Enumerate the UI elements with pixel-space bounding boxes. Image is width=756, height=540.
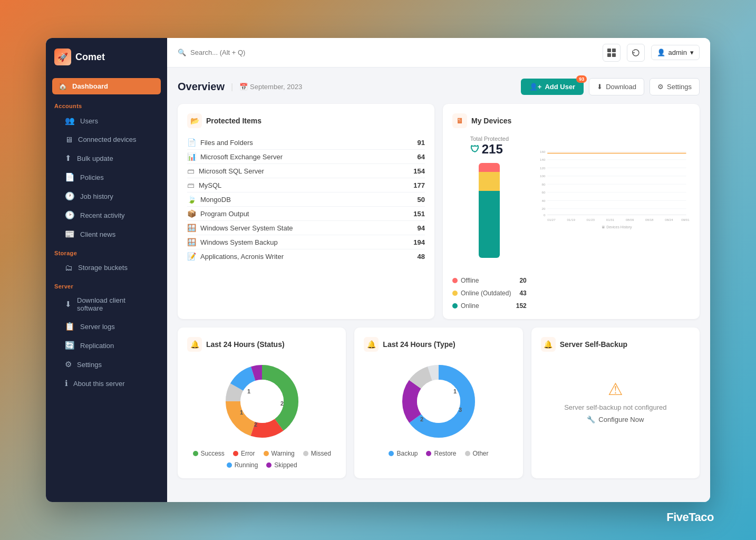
running-dot bbox=[227, 462, 232, 468]
settings-button[interactable]: ⚙ Settings bbox=[650, 78, 700, 95]
svg-text:2: 2 bbox=[280, 400, 284, 407]
sidebar-item-about-server[interactable]: ℹ About this server bbox=[50, 374, 163, 392]
warning-dot bbox=[264, 451, 269, 456]
svg-text:🖥 Devices History: 🖥 Devices History bbox=[602, 225, 632, 229]
device-icon: 🖥 bbox=[452, 113, 467, 128]
status-donut-container: 1 2 2 1 Success Error bbox=[187, 359, 336, 469]
sidebar-item-recent-activity[interactable]: 🕑 Recent activity bbox=[50, 206, 163, 224]
devices-legend: Offline 20 Online (Outdated) 43 Online 1… bbox=[452, 277, 527, 310]
admin-menu-button[interactable]: 👤 admin ▾ bbox=[651, 45, 700, 60]
svg-rect-1 bbox=[612, 49, 616, 52]
refresh-icon-button[interactable] bbox=[627, 44, 645, 62]
sidebar-item-label: Storage buckets bbox=[78, 264, 128, 272]
add-user-button[interactable]: 👤+ Add User 93 bbox=[521, 79, 584, 95]
status-donut-chart: 1 2 2 1 bbox=[220, 359, 304, 443]
sidebar-item-dashboard[interactable]: 🏠 Dashboard bbox=[52, 78, 161, 94]
sidebar-item-job-history[interactable]: 🕐 Job history bbox=[50, 187, 163, 205]
svg-text:09/01: 09/01 bbox=[681, 218, 690, 221]
table-row: 🪟Windows Server System State 94 bbox=[187, 221, 425, 235]
table-row: 🗃Microsoft SQL Server 154 bbox=[187, 164, 425, 178]
svg-text:1: 1 bbox=[247, 388, 250, 394]
table-row: 📦Program Output 151 bbox=[187, 207, 425, 221]
exchange-icon: 📊 bbox=[187, 152, 196, 161]
sidebar-item-client-news[interactable]: 📰 Client news bbox=[50, 225, 163, 243]
outdated-dot bbox=[452, 291, 458, 296]
type-donut-container: 1 3 2 Backup Restore bbox=[364, 359, 513, 457]
bar-offline bbox=[479, 163, 500, 172]
sidebar-item-replication[interactable]: 🔄 Replication bbox=[50, 336, 163, 354]
sidebar-item-label: Connected devices bbox=[78, 136, 137, 143]
sidebar-item-storage-buckets[interactable]: 🗂 Storage buckets bbox=[50, 259, 163, 276]
shield-icon: 🛡 bbox=[470, 144, 480, 155]
last24-status-card: 🔔 Last 24 Hours (Status) bbox=[178, 327, 346, 478]
sidebar-item-settings[interactable]: ⚙ Settings bbox=[50, 355, 163, 373]
app-logo[interactable]: 🚀 Comet bbox=[46, 38, 167, 76]
download-button[interactable]: ⬇ Download bbox=[589, 78, 644, 95]
section-label-storage: Storage bbox=[46, 244, 167, 258]
page-title-area: Overview | 📅 September, 2023 bbox=[178, 81, 302, 93]
error-dot bbox=[233, 451, 238, 456]
protected-items-card: 📂 Protected Items 📄Files and Folders 91 … bbox=[178, 104, 434, 319]
sidebar-item-label: Bulk update bbox=[77, 155, 113, 162]
server-backup-title: 🔔 Server Self-Backup bbox=[541, 337, 690, 352]
add-user-icon: 👤+ bbox=[529, 83, 542, 91]
devices-chart-area: 160 140 120 100 80 60 40 20 0 bbox=[535, 136, 690, 241]
page-header: Overview | 📅 September, 2023 👤+ Add User… bbox=[178, 78, 700, 95]
admin-chevron-icon: ▾ bbox=[690, 49, 694, 56]
sidebar-item-policies[interactable]: 📄 Policies bbox=[50, 168, 163, 186]
admin-label: admin bbox=[668, 49, 687, 56]
replication-icon: 🔄 bbox=[65, 341, 75, 350]
bar-online bbox=[479, 191, 500, 258]
storage-icon: 🗂 bbox=[65, 263, 73, 272]
bar-outdated bbox=[479, 172, 500, 191]
devices-content: Total Protected 🛡 215 bbox=[452, 136, 690, 310]
server-backup-icon: 🔔 bbox=[541, 337, 556, 352]
devices-bar-container: Total Protected 🛡 215 bbox=[452, 136, 527, 310]
add-user-badge: 93 bbox=[576, 75, 587, 83]
sidebar-item-bulk-update[interactable]: ⬆ Bulk update bbox=[50, 149, 163, 167]
svg-text:01/27: 01/27 bbox=[547, 218, 556, 221]
type-donut-chart: 1 3 2 bbox=[396, 359, 481, 443]
search-input[interactable] bbox=[190, 49, 296, 56]
sidebar-item-label: Server logs bbox=[80, 323, 115, 331]
configure-icon: 🔧 bbox=[587, 416, 595, 423]
configure-now-button[interactable]: 🔧 Configure Now bbox=[587, 416, 644, 423]
sidebar-item-connected-devices[interactable]: 🖥 Connected devices bbox=[50, 131, 163, 148]
offline-dot bbox=[452, 278, 458, 283]
policies-icon: 📄 bbox=[65, 172, 75, 182]
sidebar-item-label: Recent activity bbox=[80, 211, 125, 219]
server-backup-card: 🔔 Server Self-Backup ⚠ Server self-backu… bbox=[531, 327, 700, 478]
devices-total-label: Total Protected 🛡 215 bbox=[470, 136, 509, 157]
app-name: Comet bbox=[75, 52, 105, 63]
legend-backup: Backup bbox=[389, 450, 418, 457]
status-icon: 🔔 bbox=[187, 337, 202, 352]
folder-icon: 📂 bbox=[187, 113, 202, 128]
section-label-accounts: Accounts bbox=[46, 97, 167, 111]
dashboard-icon: 🏠 bbox=[59, 82, 67, 90]
svg-text:2: 2 bbox=[420, 416, 423, 422]
svg-text:01/19: 01/19 bbox=[567, 218, 575, 221]
sidebar-item-label: Replication bbox=[80, 342, 114, 350]
file-icon: 📄 bbox=[187, 138, 196, 147]
svg-text:40: 40 bbox=[541, 199, 545, 202]
gear-icon: ⚙ bbox=[657, 83, 664, 91]
last24-type-title: 🔔 Last 24 Hours (Type) bbox=[364, 337, 513, 352]
table-row: 🗃MySQL 177 bbox=[187, 178, 425, 192]
sql-icon: 🗃 bbox=[187, 167, 195, 175]
sidebar-item-users[interactable]: 👥 Users bbox=[50, 112, 163, 130]
devices-history-chart: 160 140 120 100 80 60 40 20 0 bbox=[535, 136, 690, 241]
legend-online: Online 152 bbox=[452, 302, 527, 310]
section-label-server: Server bbox=[46, 277, 167, 292]
grid-icon-button[interactable] bbox=[603, 44, 621, 62]
svg-text:0: 0 bbox=[544, 213, 546, 217]
last24-type-card: 🔔 Last 24 Hours (Type) bbox=[354, 327, 522, 478]
server-backup-content: ⚠ Server self-backup not configured 🔧 Co… bbox=[541, 359, 690, 443]
sidebar-item-server-logs[interactable]: 📋 Server logs bbox=[50, 317, 163, 335]
svg-text:08/18: 08/18 bbox=[645, 218, 654, 221]
sidebar-item-download-client-software[interactable]: ⬇ Download client software bbox=[50, 292, 163, 316]
bulk-update-icon: ⬆ bbox=[65, 153, 72, 163]
svg-text:1: 1 bbox=[240, 409, 243, 416]
table-row: 🍃MongoDB 50 bbox=[187, 192, 425, 207]
search-area: 🔍 bbox=[178, 49, 603, 56]
svg-text:120: 120 bbox=[540, 166, 546, 170]
